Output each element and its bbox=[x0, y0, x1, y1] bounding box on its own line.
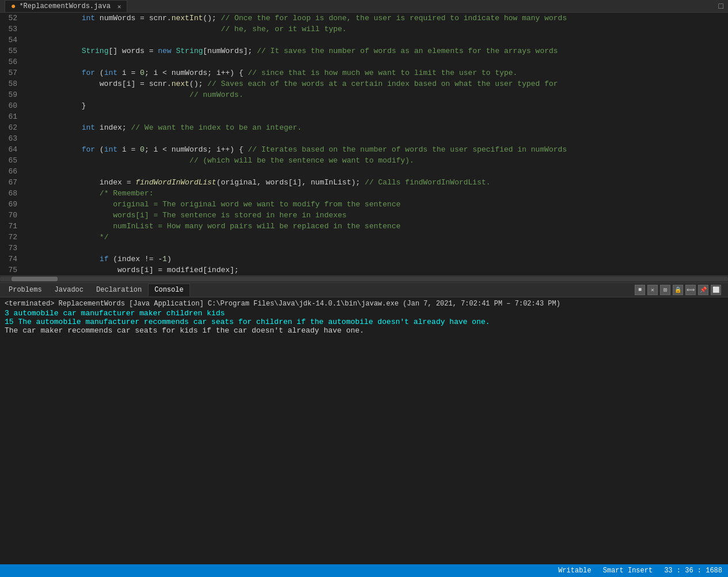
maximize-panel-icon[interactable]: ⬜ bbox=[711, 285, 721, 295]
code-line: 55 String[] words = new String[numWords]… bbox=[0, 46, 728, 56]
code-line: 52 int numWords = scnr.nextInt(); // Onc… bbox=[0, 13, 728, 24]
line-number: 57 bbox=[0, 67, 23, 78]
console-line: 15 The automobile manufacturer recommend… bbox=[5, 318, 723, 326]
line-number: 69 bbox=[0, 199, 23, 210]
line-text: int index; // We want the index to be an… bbox=[23, 122, 302, 133]
scroll-lock-icon[interactable]: 🔒 bbox=[673, 285, 683, 295]
code-line: 64 for (int i = 0; i < numWords; i++) { … bbox=[0, 144, 728, 155]
console-panel: <terminated> ReplacementWords [Java Appl… bbox=[0, 297, 728, 565]
line-text bbox=[23, 243, 32, 254]
line-text: words[i] = scnr.next(); // Saves each of… bbox=[23, 78, 558, 89]
line-number: 75 bbox=[0, 265, 23, 276]
line-number: 66 bbox=[0, 166, 23, 177]
line-number: 54 bbox=[0, 35, 23, 46]
remove-icon[interactable]: ✕ bbox=[647, 285, 658, 295]
bottom-tab-problems[interactable]: Problems bbox=[2, 284, 48, 296]
line-text: */ bbox=[23, 232, 108, 243]
remove-all-icon[interactable]: ⊠ bbox=[660, 285, 670, 295]
line-text bbox=[23, 56, 32, 67]
insert-mode: Smart Insert bbox=[603, 567, 653, 575]
code-editor[interactable]: 52 int numWords = scnr.nextInt(); // Onc… bbox=[0, 13, 728, 276]
line-text: words[i] = modified[index]; bbox=[23, 265, 239, 276]
line-number: 63 bbox=[0, 133, 23, 144]
status-right: Writable Smart Insert 33 : 36 : 1688 bbox=[558, 567, 722, 575]
code-line: 63 bbox=[0, 133, 728, 144]
line-number: 68 bbox=[0, 188, 23, 199]
bottom-tab-declaration[interactable]: Declaration bbox=[90, 284, 148, 296]
console-toolbar: ■ ✕ ⊠ 🔒 ⟺ 📌 ⬜ bbox=[635, 285, 726, 295]
code-line: 53 // he, she, or it will type. bbox=[0, 24, 728, 35]
console-line: 3 automobile car manufacturer maker chil… bbox=[5, 309, 723, 318]
line-text: // numWords. bbox=[23, 89, 243, 100]
code-line: 58 words[i] = scnr.next(); // Saves each… bbox=[0, 78, 728, 89]
line-number: 61 bbox=[0, 111, 23, 122]
line-text: // he, she, or it will type. bbox=[23, 24, 347, 35]
editor-tab[interactable]: ● *ReplacementWords.java ✕ bbox=[5, 0, 127, 12]
code-line: 60 } bbox=[0, 100, 728, 111]
line-text: String[] words = new String[numWords]; /… bbox=[23, 46, 558, 56]
code-line: 65 // (which will be the sentence we wan… bbox=[0, 155, 728, 166]
line-number: 74 bbox=[0, 254, 23, 265]
modified-indicator: ● bbox=[11, 2, 16, 11]
bottom-panel-tabs: ProblemsJavadocDeclarationConsole ■ ✕ ⊠ … bbox=[0, 282, 728, 297]
pin-icon[interactable]: 📌 bbox=[698, 285, 708, 295]
line-text: for (int i = 0; i < numWords; i++) { // … bbox=[23, 144, 567, 155]
code-line: 75 words[i] = modified[index]; bbox=[0, 265, 728, 276]
code-line: 73 bbox=[0, 243, 728, 254]
line-number: 53 bbox=[0, 24, 23, 35]
status-bar: Writable Smart Insert 33 : 36 : 1688 bbox=[0, 564, 728, 577]
line-text bbox=[23, 166, 32, 177]
code-line: 59 // numWords. bbox=[0, 89, 728, 100]
line-text: words[i] = The sentence is stored in her… bbox=[23, 210, 347, 221]
line-number: 64 bbox=[0, 144, 23, 155]
line-text: } bbox=[23, 100, 86, 111]
code-line: 74 if (index != -1) bbox=[0, 254, 728, 265]
line-number: 60 bbox=[0, 100, 23, 111]
line-text bbox=[23, 35, 32, 46]
bottom-tab-javadoc[interactable]: Javadoc bbox=[48, 284, 90, 296]
line-number: 70 bbox=[0, 210, 23, 221]
writable-status: Writable bbox=[558, 567, 592, 575]
line-number: 59 bbox=[0, 89, 23, 100]
line-number: 58 bbox=[0, 78, 23, 89]
line-number: 52 bbox=[0, 13, 23, 24]
line-text: index = findWordInWordList(original, wor… bbox=[23, 177, 491, 188]
maximize-icon[interactable]: □ bbox=[719, 2, 723, 11]
line-number: 73 bbox=[0, 243, 23, 254]
line-number: 67 bbox=[0, 177, 23, 188]
code-line: 69 original = The original word we want … bbox=[0, 199, 728, 210]
word-wrap-icon[interactable]: ⟺ bbox=[685, 285, 696, 295]
code-line: 68 /* Remember: bbox=[0, 188, 728, 199]
line-number: 72 bbox=[0, 232, 23, 243]
code-line: 72 */ bbox=[0, 232, 728, 243]
line-number: 71 bbox=[0, 221, 23, 232]
code-line: 61 bbox=[0, 111, 728, 122]
line-text bbox=[23, 133, 32, 144]
code-line: 67 index = findWordInWordList(original, … bbox=[0, 177, 728, 188]
line-text: for (int i = 0; i < numWords; i++) { // … bbox=[23, 67, 517, 78]
line-number: 62 bbox=[0, 122, 23, 133]
code-line: 66 bbox=[0, 166, 728, 177]
bottom-tab-console[interactable]: Console bbox=[148, 284, 189, 296]
tab-filename: *ReplacementWords.java bbox=[19, 2, 110, 10]
close-icon[interactable]: ✕ bbox=[117, 3, 122, 10]
line-text: original = The original word we want to … bbox=[23, 199, 401, 210]
console-output: 3 automobile car manufacturer maker chil… bbox=[5, 309, 723, 335]
code-line: 57 for (int i = 0; i < numWords; i++) { … bbox=[0, 67, 728, 78]
console-line: The car maker recommends car seats for k… bbox=[5, 326, 723, 335]
line-text: // (which will be the sentence we want t… bbox=[23, 155, 414, 166]
code-line: 71 numInList = How many word pairs will … bbox=[0, 221, 728, 232]
code-line: 56 bbox=[0, 56, 728, 67]
line-text: numInList = How many word pairs will be … bbox=[23, 221, 401, 232]
terminate-icon[interactable]: ■ bbox=[635, 285, 645, 295]
cursor-position: 33 : 36 : 1688 bbox=[664, 567, 722, 575]
line-number: 56 bbox=[0, 56, 23, 67]
code-line: 62 int index; // We want the index to be… bbox=[0, 122, 728, 133]
line-text: /* Remember: bbox=[23, 188, 153, 199]
horizontal-scrollbar[interactable] bbox=[0, 276, 728, 282]
line-text: int numWords = scnr.nextInt(); // Once t… bbox=[23, 13, 567, 24]
code-line: 54 bbox=[0, 35, 728, 46]
line-number: 55 bbox=[0, 46, 23, 56]
line-text bbox=[23, 111, 32, 122]
line-number: 65 bbox=[0, 155, 23, 166]
